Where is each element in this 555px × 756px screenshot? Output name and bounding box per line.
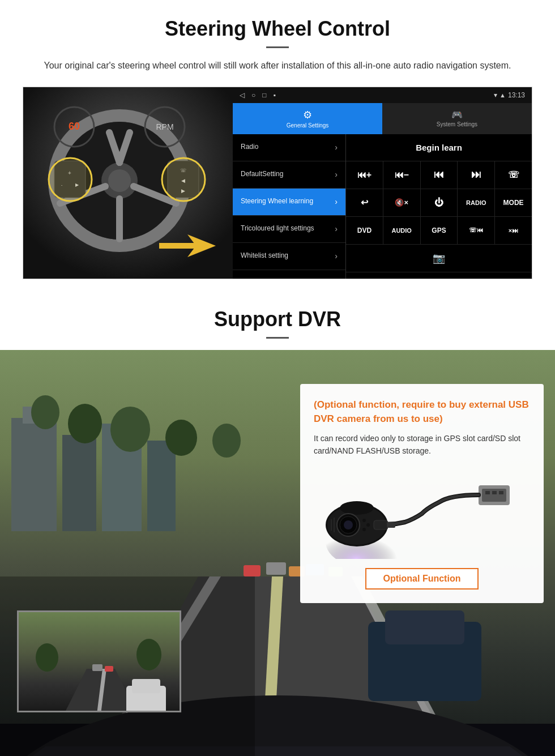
btn-gps[interactable]: GPS [421, 217, 458, 244]
svg-rect-77 [92, 664, 103, 671]
swc-container: + - ▶ ☏ ◀ ▶ [23, 87, 532, 279]
btn-prev[interactable]: ⏮ [421, 161, 458, 189]
svg-rect-57 [492, 491, 497, 494]
begin-learn-button[interactable]: Begin learn [416, 143, 462, 152]
section1-subtitle: Your original car's steering wheel contr… [34, 58, 521, 73]
optional-function-button[interactable]: Optional Function [365, 568, 479, 590]
btn-phone-prev[interactable]: ☏⏮ [458, 217, 495, 244]
dvr-preview-svg [19, 612, 181, 712]
btn-skip-next[interactable]: ×⏭ [495, 217, 532, 244]
btn-back[interactable]: ↩ [346, 189, 383, 216]
chevron-icon: › [335, 170, 338, 179]
svg-point-5 [108, 169, 131, 192]
btn-mode[interactable]: MODE [495, 189, 532, 216]
panel-tabs: ⚙ General Settings 🎮 System Settings [233, 103, 532, 134]
svg-rect-58 [499, 491, 503, 494]
chevron-icon: › [335, 197, 338, 206]
statusbar-left: ◁ ○ □ ▪ [240, 91, 276, 99]
dvr-description: It can record video only to storage in G… [314, 432, 530, 458]
menu-content: Begin learn ⏮+ ⏮− ⏮ ⏭ ☏ ↩ 🔇× [346, 134, 532, 279]
signal-icon: ▾ [494, 91, 497, 99]
system-settings-icon: 🎮 [451, 109, 463, 120]
svg-rect-68 [374, 520, 388, 529]
menu-list: Radio › DefaultSetting › Steering Wheel … [233, 134, 346, 279]
home-icon: ○ [251, 91, 255, 99]
chevron-icon: › [335, 143, 338, 152]
dvr-product-svg [314, 468, 530, 559]
svg-point-36 [165, 420, 197, 456]
menu-item-tricoloured[interactable]: Tricoloured light settings › [233, 216, 345, 243]
chevron-icon: › [335, 224, 338, 233]
menu-item-steering-wheel[interactable]: Steering Wheel learning › [233, 189, 345, 216]
btn-vol-down[interactable]: ⏮− [383, 161, 421, 189]
svg-point-35 [110, 407, 150, 452]
btn-phone[interactable]: ☏ [495, 161, 532, 189]
dvr-title-area: Support DVR [0, 291, 555, 350]
btn-power[interactable]: ⏻ [421, 189, 458, 216]
btn-row-3: DVD AUDIO GPS ☏⏮ ×⏭ [346, 217, 532, 245]
tab-system[interactable]: 🎮 System Settings [382, 103, 532, 134]
btn-dvr[interactable]: 📷 [346, 245, 532, 272]
steering-wheel-image: + - ▶ ☏ ◀ ▶ [23, 87, 233, 279]
menu-item-whitelist[interactable]: Whitelist setting › [233, 243, 345, 270]
svg-rect-80 [132, 679, 160, 693]
recents-icon: □ [262, 91, 266, 99]
svg-rect-28 [11, 418, 57, 531]
btn-audio[interactable]: AUDIO [383, 217, 421, 244]
svg-rect-42 [244, 565, 261, 576]
section-dvr: Support DVR [0, 291, 555, 756]
svg-rect-51 [385, 610, 464, 644]
info-panel: (Optional function, require to buy exter… [300, 384, 544, 604]
svg-point-64 [344, 520, 353, 529]
swc-image-inner: + - ▶ ☏ ◀ ▶ [23, 87, 233, 279]
panel-menu: Radio › DefaultSetting › Steering Wheel … [233, 134, 532, 279]
statusbar-right: ▾ ▲ 13:13 [494, 91, 525, 99]
dvr-product-image [314, 468, 530, 559]
svg-rect-78 [105, 666, 113, 672]
btn-next[interactable]: ⏭ [458, 161, 495, 189]
svg-point-75 [36, 643, 58, 672]
menu-item-defaultsetting[interactable]: DefaultSetting › [233, 161, 345, 189]
btn-mute[interactable]: 🔇× [383, 189, 421, 216]
svg-point-34 [68, 404, 102, 443]
svg-point-61 [340, 501, 374, 515]
tab-general[interactable]: ⚙ General Settings [233, 103, 382, 134]
button-grid: ⏮+ ⏮− ⏮ ⏭ ☏ ↩ 🔇× ⏻ RADIO MODE [346, 161, 532, 272]
svg-point-67 [362, 528, 366, 531]
svg-point-65 [362, 519, 366, 522]
time-display: 13:13 [508, 91, 525, 99]
svg-rect-32 [147, 441, 176, 531]
svg-point-66 [366, 523, 370, 527]
chevron-icon: › [335, 251, 338, 260]
section-steering-wheel: Steering Wheel Control Your original car… [0, 0, 555, 291]
svg-rect-22 [159, 243, 196, 249]
section1-title: Steering Wheel Control [23, 17, 532, 41]
android-panel: ◁ ○ □ ▪ ▾ ▲ 13:13 ⚙ General Settings [233, 87, 532, 279]
general-settings-icon: ⚙ [303, 109, 312, 121]
btn-dvd[interactable]: DVD [346, 217, 383, 244]
dvr-divider [266, 337, 289, 339]
statusbar: ◁ ○ □ ▪ ▾ ▲ 13:13 [233, 87, 532, 103]
svg-text:60: 60 [69, 121, 80, 132]
svg-point-19 [49, 158, 92, 201]
dvr-preview-image [17, 610, 181, 712]
svg-point-37 [212, 424, 241, 458]
btn-row-4: 📷 [346, 245, 532, 272]
svg-rect-69 [387, 522, 395, 528]
svg-rect-56 [485, 491, 490, 494]
back-icon: ◁ [240, 91, 245, 99]
dvr-title: Support DVR [23, 307, 532, 331]
btn-vol-up[interactable]: ⏮+ [346, 161, 383, 189]
svg-point-76 [136, 639, 161, 670]
optional-func-container: Optional Function [314, 568, 530, 590]
svg-text:RPM: RPM [156, 122, 173, 131]
svg-rect-30 [62, 435, 96, 531]
optional-header: (Optional function, require to buy exter… [314, 398, 530, 426]
menu-icon: ▪ [274, 91, 276, 99]
svg-point-20 [162, 158, 205, 201]
menu-item-radio[interactable]: Radio › [233, 134, 345, 161]
dvr-content: (Optional function, require to buy exter… [0, 350, 555, 756]
btn-radio[interactable]: RADIO [458, 189, 495, 216]
steering-wheel-svg: + - ▶ ☏ ◀ ▶ [23, 87, 233, 279]
wifi-icon: ▲ [500, 92, 506, 99]
